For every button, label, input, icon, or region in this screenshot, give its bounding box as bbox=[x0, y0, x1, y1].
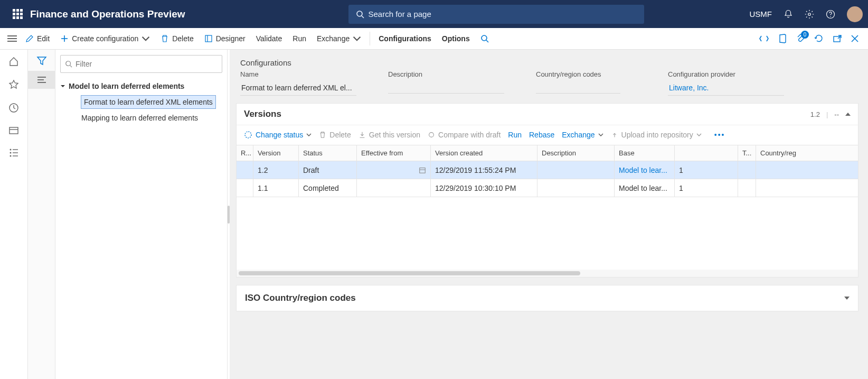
col-base[interactable]: Base bbox=[615, 145, 675, 161]
tab-options[interactable]: Options bbox=[437, 31, 475, 46]
search-icon bbox=[65, 60, 72, 68]
create-configuration-button[interactable]: Create configuration bbox=[55, 31, 155, 46]
field-description-value[interactable] bbox=[388, 80, 504, 94]
rebase-button[interactable]: Rebase bbox=[529, 131, 554, 139]
col-version[interactable]: Version bbox=[253, 145, 299, 161]
rail-favorites-icon[interactable] bbox=[8, 79, 19, 90]
cell-t bbox=[738, 161, 756, 179]
cell-mark bbox=[237, 179, 253, 197]
col-t[interactable]: T... bbox=[738, 145, 756, 161]
tree-filter-input[interactable]: Filter bbox=[60, 55, 222, 73]
delete-button[interactable]: Delete bbox=[155, 31, 199, 46]
col-basenum-spacer bbox=[675, 145, 738, 161]
gear-icon[interactable] bbox=[805, 10, 814, 19]
field-description-label: Description bbox=[388, 70, 504, 78]
global-search-input[interactable]: Search for a page bbox=[348, 5, 644, 24]
field-provider-value[interactable]: Litware, Inc. bbox=[668, 80, 784, 96]
exchange-button[interactable]: Exchange bbox=[312, 31, 366, 46]
validate-button[interactable]: Validate bbox=[251, 31, 288, 46]
compare-button[interactable]: Compare with draft bbox=[428, 131, 501, 139]
rail-home-icon[interactable] bbox=[8, 56, 19, 67]
version-exchange-button[interactable]: Exchange bbox=[562, 131, 603, 139]
cell-basenum: 1 bbox=[675, 179, 738, 197]
col-description[interactable]: Description bbox=[537, 145, 615, 161]
svg-point-29 bbox=[66, 61, 71, 66]
rail-modules-icon[interactable] bbox=[9, 148, 18, 158]
refresh-icon[interactable] bbox=[814, 34, 824, 43]
create-label: Create configuration bbox=[72, 34, 138, 43]
upload-repo-button[interactable]: Upload into repository bbox=[611, 131, 702, 139]
app-launcher-icon[interactable] bbox=[13, 9, 23, 19]
plus-icon bbox=[60, 34, 69, 43]
field-crc-value[interactable] bbox=[536, 80, 620, 94]
company-selector[interactable]: USMF bbox=[750, 10, 772, 19]
svg-point-4 bbox=[830, 16, 831, 17]
related-info-icon[interactable] bbox=[28, 71, 55, 89]
versions-head-dash: -- bbox=[834, 110, 839, 118]
svg-point-2 bbox=[808, 13, 811, 15]
versions-title: Versions bbox=[244, 109, 281, 119]
cell-effective[interactable] bbox=[357, 179, 431, 197]
col-status[interactable]: Status bbox=[299, 145, 357, 161]
versions-collapse-icon[interactable] bbox=[845, 113, 851, 116]
bell-icon[interactable] bbox=[784, 10, 793, 19]
svg-point-31 bbox=[245, 132, 251, 138]
cell-effective[interactable] bbox=[357, 161, 431, 179]
col-mark[interactable]: R... bbox=[237, 145, 253, 161]
designer-button[interactable]: Designer bbox=[199, 31, 251, 46]
iso-expand-icon[interactable] bbox=[844, 297, 850, 300]
tab-options-label: Options bbox=[442, 34, 470, 43]
tab-configurations[interactable]: Configurations bbox=[373, 31, 437, 46]
version-row[interactable]: 1.2Draft12/29/2019 11:55:24 PMModel to l… bbox=[237, 161, 858, 179]
more-icon[interactable]: ••• bbox=[714, 131, 725, 139]
cell-base[interactable]: Model to lear... bbox=[615, 161, 675, 179]
chevron-down-icon bbox=[141, 34, 150, 43]
svg-line-1 bbox=[362, 16, 364, 18]
tree-root-label: Model to learn deferred elements bbox=[69, 82, 184, 90]
edit-button[interactable]: Edit bbox=[20, 31, 55, 46]
rail-workspaces-icon[interactable] bbox=[8, 126, 19, 135]
navpane-toggle[interactable] bbox=[4, 35, 20, 42]
col-effective[interactable]: Effective from bbox=[357, 145, 431, 161]
search-icon bbox=[356, 10, 364, 19]
run-button[interactable]: Run bbox=[287, 31, 312, 46]
close-icon[interactable] bbox=[851, 35, 858, 42]
office-icon[interactable] bbox=[778, 34, 787, 43]
connected-apps-icon[interactable] bbox=[759, 35, 769, 42]
user-avatar[interactable] bbox=[847, 6, 863, 22]
designer-icon bbox=[204, 34, 213, 43]
run-label: Run bbox=[293, 34, 306, 43]
version-delete-button[interactable]: Delete bbox=[319, 131, 351, 139]
cell-crc bbox=[756, 179, 801, 197]
cell-crc bbox=[756, 161, 801, 179]
tree-child-0-label: Format to learn deferred XML elements bbox=[81, 96, 215, 108]
version-row[interactable]: 1.1Completed12/29/2019 10:30:10 PMModel … bbox=[237, 179, 858, 197]
scroll-thumb[interactable] bbox=[239, 271, 580, 275]
filter-pane-icon[interactable] bbox=[36, 56, 47, 66]
popout-icon[interactable] bbox=[833, 35, 842, 42]
grid-h-scrollbar[interactable] bbox=[237, 270, 858, 277]
chevron-down-icon bbox=[696, 133, 702, 136]
cell-status: Draft bbox=[299, 161, 357, 179]
splitter-handle[interactable] bbox=[228, 50, 230, 379]
col-country[interactable]: Country/reg bbox=[756, 145, 801, 161]
tree-child-1[interactable]: Mapping to learn deferred elements bbox=[81, 111, 222, 125]
calendar-icon bbox=[419, 167, 426, 174]
search-toolbar-button[interactable] bbox=[475, 31, 494, 46]
field-name-value[interactable]: Format to learn deferred XML el... bbox=[240, 80, 356, 96]
cell-status: Completed bbox=[299, 179, 357, 197]
tree-child-0[interactable]: Format to learn deferred XML elements bbox=[81, 93, 222, 111]
tree-root-node[interactable]: Model to learn deferred elements bbox=[60, 79, 222, 93]
version-run-button[interactable]: Run bbox=[508, 131, 522, 139]
tab-configurations-label: Configurations bbox=[379, 34, 431, 43]
help-icon[interactable] bbox=[826, 10, 835, 19]
change-status-button[interactable]: Change status bbox=[244, 131, 312, 139]
svg-point-20 bbox=[10, 149, 12, 151]
get-version-button[interactable]: Get this version bbox=[358, 131, 420, 139]
rail-recent-icon[interactable] bbox=[8, 103, 19, 113]
col-created[interactable]: Version created bbox=[431, 145, 537, 161]
svg-point-12 bbox=[482, 35, 487, 41]
status-icon bbox=[244, 131, 252, 139]
search-icon bbox=[480, 34, 489, 43]
attachments-button[interactable]: 0 bbox=[796, 34, 805, 43]
